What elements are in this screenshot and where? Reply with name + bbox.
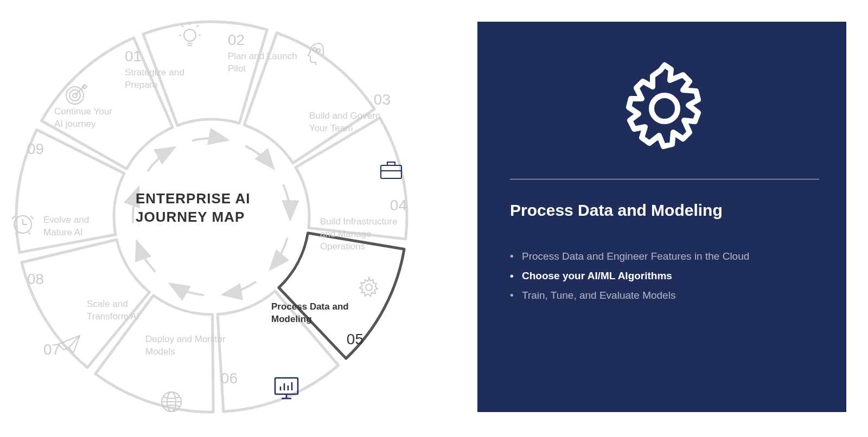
- detail-bullet-list: Process Data and Engineer Features in th…: [510, 247, 819, 305]
- segment-08: Evolve and Mature AI 08: [43, 214, 119, 290]
- journey-wheel: ENTERPRISE AI JOURNEY MAP 01 Strategize …: [0, 0, 445, 437]
- segment-01-label: Strategize and Prepare: [125, 67, 184, 90]
- svg-point-9: [317, 49, 320, 52]
- segment-01-num: 01: [125, 46, 201, 67]
- segment-07: Scale and Transform AI 07: [87, 298, 157, 360]
- clock-icon: [11, 211, 35, 235]
- detail-bullet-3: Train, Tune, and Evaluate Models: [510, 286, 819, 305]
- detail-divider: [510, 179, 819, 179]
- monitor-chart-icon: [274, 377, 299, 400]
- segment-09-label: Continue Your AI journey: [54, 106, 112, 129]
- segment-04-label: Build Infrastructure and Manage Operatio…: [320, 216, 398, 252]
- segment-02-label: Plan and Launch Pilot: [228, 51, 297, 74]
- detail-bullet-2: Choose your AI/ML Algorithms: [510, 266, 819, 286]
- segment-06-label: Deploy and Monitor Models: [145, 334, 225, 357]
- paper-plane-icon: [57, 333, 82, 355]
- detail-gear-icon: [510, 54, 819, 163]
- svg-line-5: [196, 25, 199, 27]
- segment-05: Process Data and Modeling 05: [271, 301, 363, 350]
- detail-bullet-1: Process Data and Engineer Features in th…: [510, 247, 819, 266]
- segment-04: 04 Build Infrastructure and Manage Opera…: [320, 195, 407, 253]
- head-icon: [304, 41, 326, 65]
- segment-02: 02 Plan and Launch Pilot: [228, 30, 309, 75]
- segment-03: 03 Build and Govern Your Team: [309, 89, 391, 135]
- svg-point-8: [313, 48, 316, 51]
- wheel-center-title: ENTERPRISE AI JOURNEY MAP: [136, 190, 277, 227]
- gear-large-icon: [610, 54, 719, 163]
- segment-09-num: 09: [27, 139, 119, 159]
- target-icon: [65, 82, 88, 105]
- svg-line-4: [181, 25, 183, 27]
- segment-05-label: Process Data and Modeling: [271, 301, 349, 324]
- svg-line-28: [28, 232, 30, 234]
- svg-rect-10: [381, 165, 401, 178]
- lightbulb-icon: [179, 22, 201, 49]
- segment-06: Deploy and Monitor Models 06: [145, 333, 238, 389]
- svg-rect-13: [275, 378, 298, 394]
- gear-small-icon: [358, 277, 380, 298]
- segment-04-num: 04: [320, 195, 407, 216]
- segment-08-label: Evolve and Mature AI: [43, 215, 89, 237]
- svg-point-12: [366, 284, 372, 291]
- globe-icon: [160, 390, 183, 413]
- segment-07-label: Scale and Transform AI: [87, 299, 139, 322]
- segment-02-num: 02: [228, 30, 309, 50]
- segment-03-num: 03: [309, 89, 391, 110]
- detail-title: Process Data and Modeling: [510, 201, 819, 220]
- svg-point-0: [184, 29, 196, 41]
- segment-01: 01 Strategize and Prepare: [125, 46, 201, 92]
- segment-03-label: Build and Govern Your Team: [309, 111, 380, 133]
- svg-line-27: [15, 232, 17, 234]
- detail-panel: Process Data and Modeling Process Data a…: [477, 22, 846, 412]
- segment-08-num: 08: [27, 269, 119, 290]
- briefcase-icon: [380, 160, 403, 179]
- segment-05-num: 05: [271, 329, 363, 350]
- segment-06-num: 06: [145, 368, 238, 389]
- segment-09: Continue Your AI journey 09: [54, 106, 119, 159]
- svg-point-33: [652, 95, 678, 121]
